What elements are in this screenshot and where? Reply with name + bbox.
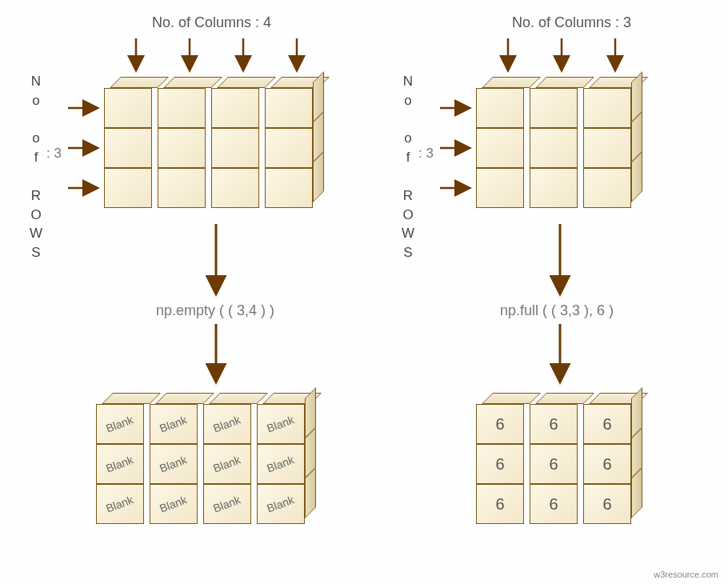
row-letter: S [403,245,412,260]
right-row-label: N o o f R O W S [400,72,416,262]
cell-value: 6 [549,455,558,474]
cell-value: Blank [158,493,189,514]
left-func-label: np.empty ( ( 3,4 ) ) [156,302,274,319]
cell-value: 6 [549,415,558,434]
left-row-label: N o o f R O W S [28,72,44,262]
cell-value: Blank [158,413,189,434]
cell-value: Blank [266,493,296,514]
cell-value: 6 [495,495,504,514]
row-letter [34,169,38,184]
row-letter [406,112,410,127]
cell-value: 6 [602,495,611,514]
row-letter [34,112,38,127]
row-letter: o [32,93,39,108]
row-letter: f [406,150,410,165]
cell-value: Blank [212,453,242,474]
cell-value: 6 [495,415,504,434]
cell-value: 6 [602,455,611,474]
row-letter: o [32,130,39,146]
right-col-label: No. of Columns : 3 [512,14,631,31]
cell-value: Blank [105,453,135,474]
cell-value: 6 [549,495,558,514]
row-letter: R [403,188,413,203]
row-letter: O [402,207,413,222]
row-letter: N [403,74,413,89]
cell-value: Blank [266,453,296,474]
cell-value: 6 [602,415,611,434]
left-col-label: No. of Columns : 4 [152,14,271,31]
cell-value: Blank [105,493,135,514]
row-letter: R [31,188,41,203]
row-letter: W [402,226,414,241]
row-letter: o [404,93,411,108]
left-row-count: : 3 [46,144,62,163]
row-letter: o [404,130,411,146]
cell-value: Blank [212,493,242,514]
right-func-label: np.full ( ( 3,3 ), 6 ) [500,302,614,319]
cell-value: Blank [212,413,242,434]
cell-value: Blank [266,413,296,434]
right-row-count: : 3 [418,144,434,163]
row-letter: O [30,207,41,222]
row-letter: W [30,226,42,241]
footer-credit: w3resource.com [654,570,718,579]
row-letter: f [34,150,38,165]
row-letter: S [31,245,40,260]
cell-value: Blank [158,453,189,474]
cell-value: 6 [495,455,504,474]
diagram-root: No. of Columns : 4 N o o f R O W S : 3 n… [0,0,728,584]
row-letter [406,169,410,184]
cell-value: Blank [105,413,135,434]
row-letter: N [31,74,41,89]
